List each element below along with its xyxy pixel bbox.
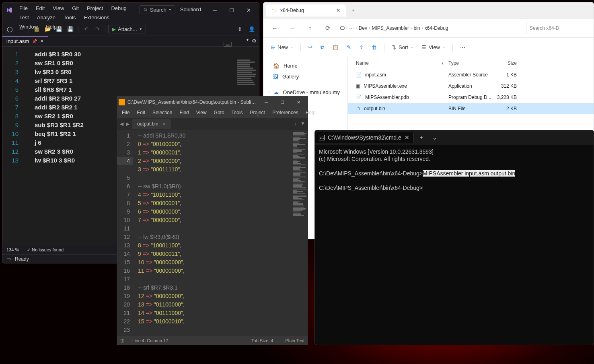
- st-tab-size[interactable]: Tab Size: 4: [251, 338, 273, 343]
- col-type[interactable]: Type: [448, 57, 493, 69]
- paste-button[interactable]: 📋: [329, 41, 342, 54]
- st-editor-tab[interactable]: output.bin ✕: [132, 119, 171, 129]
- maximize-button[interactable]: ☐: [224, 5, 240, 15]
- more-button[interactable]: ⋯: [457, 41, 469, 54]
- vs-solution-name[interactable]: Solution1: [178, 5, 204, 14]
- st-titlebar[interactable]: C:\Dev\MIPS_Assembler\bin\x64-Debug\outp…: [117, 96, 308, 108]
- minimize-button[interactable]: ─: [207, 5, 223, 15]
- zoom-level[interactable]: 134 %: [6, 247, 19, 252]
- new-tab-icon[interactable]: ＋: [293, 121, 298, 128]
- attach-button[interactable]: ▶ Attach... ▼: [108, 25, 146, 33]
- st-syntax[interactable]: Plain Text: [286, 338, 305, 343]
- vs-menu-debug[interactable]: Debug: [108, 4, 129, 12]
- tab-prev-icon[interactable]: ◀: [119, 121, 125, 127]
- vs-menu-view[interactable]: View: [49, 4, 67, 12]
- vs-menu-analyze[interactable]: Analyze: [34, 13, 59, 22]
- vs-menu-git[interactable]: Git: [69, 4, 82, 12]
- st-menu-find[interactable]: Find: [176, 109, 192, 117]
- tab-menu-button[interactable]: ⌄: [429, 134, 440, 141]
- st-menu-view[interactable]: View: [193, 109, 210, 117]
- col-size[interactable]: Size: [493, 57, 521, 69]
- st-menu-preferences[interactable]: Preferences: [269, 109, 302, 117]
- close-button[interactable]: ✕: [240, 5, 257, 15]
- terminal-body[interactable]: Microsoft Windows [Version 10.0.22631.35…: [315, 145, 594, 345]
- up-button[interactable]: ↑: [302, 21, 318, 35]
- vs-editor-tab[interactable]: input.asm 📌 ✕: [2, 36, 48, 46]
- new-tab-button[interactable]: ＋: [346, 7, 360, 14]
- col-name[interactable]: Name▲: [348, 57, 448, 69]
- sidebar-item-gallery[interactable]: 🖼Gallery: [263, 71, 347, 82]
- save-all-button[interactable]: 💾: [66, 25, 75, 34]
- close-icon[interactable]: ✕: [336, 8, 340, 13]
- fe-search-box[interactable]: Search x64-D: [526, 22, 590, 35]
- share-button[interactable]: ⇪: [356, 41, 367, 54]
- account-button[interactable]: 👤: [247, 25, 257, 34]
- breadcrumb-overflow[interactable]: ⋯: [349, 25, 354, 31]
- pin-icon[interactable]: 📌: [32, 39, 37, 43]
- redo-button[interactable]: ↷: [92, 25, 102, 34]
- tab-next-icon[interactable]: ▶: [125, 121, 131, 127]
- delete-button[interactable]: 🗑: [368, 41, 380, 54]
- live-share-button[interactable]: ⇪: [235, 25, 245, 34]
- st-menu-file[interactable]: File: [119, 109, 133, 117]
- file-row[interactable]: 🗋output.binBIN File2 KB: [348, 103, 594, 114]
- breadcrumb-mips_assembler[interactable]: MIPS_Assembler: [372, 25, 409, 31]
- st-menu-goto[interactable]: Goto: [211, 109, 228, 117]
- tab-menu-icon[interactable]: ▼: [300, 121, 305, 128]
- file-row[interactable]: ▣MIPSAssembler.exeApplication312 KB: [348, 80, 594, 92]
- st-menu-selection[interactable]: Selection: [149, 109, 175, 117]
- open-file-button[interactable]: 📂: [43, 25, 53, 34]
- new-tab-button[interactable]: ＋: [413, 133, 429, 142]
- new-project-button[interactable]: ▦: [32, 25, 41, 34]
- back-button[interactable]: ←: [267, 21, 283, 35]
- gear-icon[interactable]: ⚙: [252, 38, 257, 44]
- copy-button[interactable]: ⧉: [317, 41, 327, 54]
- save-button[interactable]: 💾: [54, 25, 64, 34]
- nav-fwd-button[interactable]: →: [16, 25, 26, 34]
- sort-button[interactable]: ⇅ Sort ⌄: [388, 41, 417, 54]
- close-icon[interactable]: ✕: [405, 134, 409, 141]
- st-menu-edit[interactable]: Edit: [134, 109, 148, 117]
- pc-icon[interactable]: 🖵: [340, 25, 345, 31]
- refresh-button[interactable]: ⟳: [320, 21, 336, 35]
- minimize-button[interactable]: ─: [259, 97, 274, 107]
- tab-dropdown-icon[interactable]: ▼: [246, 38, 249, 44]
- breadcrumb-bin[interactable]: bin: [413, 25, 420, 31]
- nav-back-button[interactable]: ◯: [5, 25, 14, 34]
- view-button[interactable]: ☰ View ⌄: [418, 41, 448, 54]
- tm-tab[interactable]: c:\ C:\Windows\System32\cmd.e ✕: [315, 132, 413, 143]
- fe-tab[interactable]: 🗀 x64-Debug ✕: [266, 4, 346, 16]
- breadcrumb-x64-debug[interactable]: x64-Debug: [425, 25, 448, 31]
- cut-button[interactable]: ✂: [305, 41, 316, 54]
- undo-button[interactable]: ↶: [81, 25, 91, 34]
- vs-menu-extensions[interactable]: Extensions: [80, 13, 113, 22]
- split-handle-icon[interactable]: ═: [224, 42, 232, 47]
- breadcrumb[interactable]: 🖵 › ⋯ ›Dev›MIPS_Assembler›bin›x64-Debug: [337, 22, 524, 35]
- forward-button[interactable]: →: [284, 21, 300, 35]
- vs-search-box[interactable]: Search ▼: [140, 5, 175, 14]
- breadcrumb-dev[interactable]: Dev: [359, 25, 367, 31]
- st-minimap[interactable]: [292, 130, 308, 336]
- new-button[interactable]: ⊕New ⌄: [267, 41, 296, 54]
- chevron-right-icon[interactable]: ›: [268, 90, 269, 95]
- vs-menu-tools[interactable]: Tools: [60, 13, 79, 22]
- vs-menu-project[interactable]: Project: [84, 4, 106, 12]
- vs-menu-file[interactable]: File: [16, 4, 31, 12]
- issues-label[interactable]: No issues found: [32, 247, 64, 252]
- st-menu-help[interactable]: Help: [302, 109, 319, 117]
- panel-icon[interactable]: ◫: [120, 338, 124, 343]
- vs-menu-edit[interactable]: Edit: [33, 4, 48, 12]
- st-editor[interactable]: 1234567891011121314151617181920212223242…: [117, 130, 308, 336]
- vs-menu-test[interactable]: Test: [16, 13, 32, 22]
- st-menu-project[interactable]: Project: [247, 109, 268, 117]
- close-icon[interactable]: ✕: [40, 39, 44, 44]
- maximize-button[interactable]: ☐: [275, 97, 290, 107]
- file-row[interactable]: 📄input.asmAssembler Source1 KB: [348, 69, 594, 80]
- close-icon[interactable]: ✕: [162, 121, 166, 127]
- st-menu-tools[interactable]: Tools: [228, 109, 246, 117]
- st-cursor-pos[interactable]: Line 4, Column 17: [132, 338, 168, 343]
- rename-button[interactable]: ✎: [343, 41, 354, 54]
- close-button[interactable]: ✕: [291, 97, 306, 107]
- file-row[interactable]: 📄MIPSAssembler.pdbProgram Debug D...3,22…: [348, 92, 594, 103]
- sidebar-item-home[interactable]: 🏠Home: [263, 60, 347, 71]
